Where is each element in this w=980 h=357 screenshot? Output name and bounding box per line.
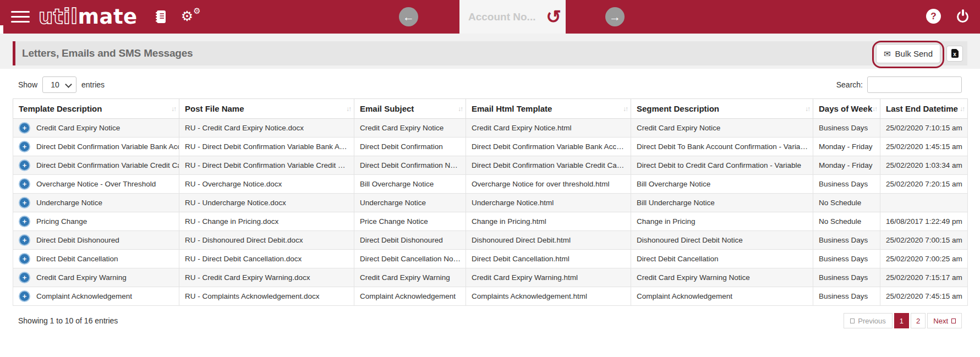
column-label: Email Html Template: [472, 104, 552, 113]
page-button-2[interactable]: 2: [911, 313, 926, 328]
table-cell: Complaints Acknowledgement.html: [466, 287, 631, 306]
expand-row-plus-icon[interactable]: +: [19, 234, 30, 246]
brand-logo-mate: mate: [78, 5, 137, 29]
search-control: Search:: [836, 76, 962, 93]
table-cell: Credit Card Expiry Notice: [354, 119, 466, 138]
page-button-1[interactable]: 1: [894, 313, 909, 328]
previous-label: Previous: [858, 317, 886, 325]
table-row: +Credit Card Expiry NoticeRU - Credit Ca…: [13, 119, 968, 138]
previous-icon: [850, 318, 855, 323]
table-cell: 25/02/2020 1:03:34 am: [880, 156, 968, 175]
table-cell: 25/02/2020 7:00:25 am: [880, 250, 968, 268]
column-header-segment-description[interactable]: Segment Description↓↑: [631, 99, 813, 119]
table-row: +Complaint AcknowledgementRU - Complaint…: [13, 287, 968, 306]
column-header-email-html-template[interactable]: Email Html Template↓↑: [466, 99, 631, 119]
table-cell: Undercharge Notice.html: [466, 194, 631, 212]
undo-icon[interactable]: ↺: [546, 9, 561, 25]
table-cell: +Direct Debit Dishonoured: [13, 231, 179, 250]
sort-icon[interactable]: ↓↑: [458, 105, 462, 113]
previous-page-button[interactable]: Previous: [844, 313, 893, 328]
gears-icon[interactable]: ⚙ ⚙: [181, 8, 202, 26]
next-page-button[interactable]: Next: [927, 313, 962, 328]
sort-icon[interactable]: ↓↑: [171, 105, 176, 113]
expand-row-plus-icon[interactable]: +: [19, 160, 30, 171]
help-button[interactable]: ?: [926, 9, 941, 24]
messages-table: Template Description↓↑Post File Name↓↑Em…: [13, 98, 968, 306]
expand-row-plus-icon[interactable]: +: [19, 141, 30, 152]
expand-row-plus-icon[interactable]: +: [19, 197, 30, 208]
column-header-last-end-datetime[interactable]: Last End Datetime↓↑: [880, 99, 968, 119]
content-area: Show 10 entries Search: Template Descrip…: [0, 69, 980, 328]
table-row: +Direct Debit Confirmation Variable Bank…: [13, 138, 968, 156]
column-header-email-subject[interactable]: Email Subject↓↑: [354, 99, 466, 119]
table-cell: +Direct Debit Confirmation Variable Cred…: [13, 156, 179, 175]
table-cell: 25/02/2020 1:45:15 am: [880, 138, 968, 156]
sort-icon[interactable]: ↓↑: [623, 105, 627, 113]
table-cell: Direct Debit Confirmation Variable Bank …: [466, 138, 631, 156]
cell-text: Complaint Acknowledgement: [36, 292, 132, 300]
table-cell: Direct Debit to Credit Card Confirmation…: [631, 156, 813, 175]
table-cell: Business Days: [813, 231, 880, 250]
table-cell: +Overcharge Notice - Over Threshold: [13, 175, 179, 194]
page-length-control: Show 10 entries: [18, 76, 105, 93]
bulk-send-button[interactable]: ✉ Bulk Send: [876, 44, 940, 63]
book-icon[interactable]: [155, 10, 167, 24]
table-cell: Price Change Notice: [354, 212, 466, 231]
sort-icon[interactable]: ↓↑: [346, 105, 351, 113]
title-bar-actions: ✉ Bulk Send x: [876, 44, 967, 63]
table-cell: Complaint Acknowledgement: [354, 287, 466, 306]
sort-icon[interactable]: ↓↑: [872, 105, 877, 113]
bulk-send-wrap: ✉ Bulk Send: [876, 44, 940, 63]
entries-per-page-select[interactable]: 10: [42, 76, 76, 93]
table-cell: Business Days: [813, 287, 880, 306]
table-cell: Credit Card Expiry Warning.html: [466, 268, 631, 287]
table-cell: Monday - Friday: [813, 138, 880, 156]
expand-row-plus-icon[interactable]: +: [19, 122, 30, 134]
expand-row-plus-icon[interactable]: +: [19, 216, 30, 227]
table-cell: +Complaint Acknowledgement: [13, 287, 179, 306]
table-cell: RU - Credit Card Expiry Notice.docx: [179, 119, 354, 138]
excel-file-icon: x: [951, 49, 959, 58]
next-account-button[interactable]: →: [605, 7, 625, 26]
table-cell: +Pricing Change: [13, 212, 179, 231]
title-band: Letters, Emails and SMS Messages ✉ Bulk …: [0, 34, 980, 69]
table-footer: Showing 1 to 10 of 16 entries Previous 1…: [13, 306, 967, 328]
arrow-left-icon: ←: [403, 11, 414, 23]
table-cell: Dishonoured Direct Debit.html: [466, 231, 631, 250]
sort-icon[interactable]: ↓↑: [960, 105, 964, 113]
table-row: +Overcharge Notice - Over ThresholdRU - …: [13, 175, 968, 194]
table-cell: RU - Direct Debit Cancellation.docx: [179, 250, 354, 268]
search-input[interactable]: [867, 76, 962, 93]
logout-button[interactable]: [956, 10, 970, 23]
envelope-icon: ✉: [884, 50, 891, 58]
table-cell: 25/02/2020 7:45:15 am: [880, 287, 968, 306]
expand-row-plus-icon[interactable]: +: [19, 178, 30, 190]
table-cell: Dishonoured Direct Debit Notice: [631, 231, 813, 250]
column-header-post-file-name[interactable]: Post File Name↓↑: [179, 99, 354, 119]
hamburger-menu-icon[interactable]: [11, 8, 30, 26]
column-label: Last End Datetime: [886, 104, 958, 113]
sort-icon[interactable]: ↓↑: [805, 105, 809, 113]
table-cell: RU - Credit Card Expiry Warning.docx: [179, 268, 354, 287]
account-number-input[interactable]: [467, 10, 546, 24]
table-row: +Pricing ChangeRU - Change in Pricing.do…: [13, 212, 968, 231]
export-excel-button[interactable]: x: [946, 46, 963, 62]
table-cell: Undercharge Notice: [354, 194, 466, 212]
table-cell: Direct Debit Cancellation: [631, 250, 813, 268]
previous-account-button[interactable]: ←: [399, 7, 418, 26]
expand-row-plus-icon[interactable]: +: [19, 253, 30, 265]
brand-logo[interactable]: utilmate: [39, 7, 138, 27]
show-label: Show: [18, 80, 37, 89]
expand-row-plus-icon[interactable]: +: [19, 272, 30, 283]
table-row: +Direct Debit DishonouredRU - Dishonoure…: [13, 231, 968, 250]
table-row: +Direct Debit Confirmation Variable Cred…: [13, 156, 968, 175]
table-cell: Direct Debit Dishonoured: [354, 231, 466, 250]
table-cell: Direct Debit Confirmation Variable Credi…: [466, 156, 631, 175]
column-label: Days of Week: [819, 104, 872, 113]
expand-row-plus-icon[interactable]: +: [19, 290, 30, 302]
gear-big-icon: ⚙: [181, 9, 193, 23]
table-cell: +Credit Card Expiry Notice: [13, 119, 179, 138]
column-header-template-description[interactable]: Template Description↓↑: [13, 99, 179, 119]
table-cell: [880, 194, 968, 212]
column-header-days-of-week[interactable]: Days of Week↓↑: [813, 99, 880, 119]
